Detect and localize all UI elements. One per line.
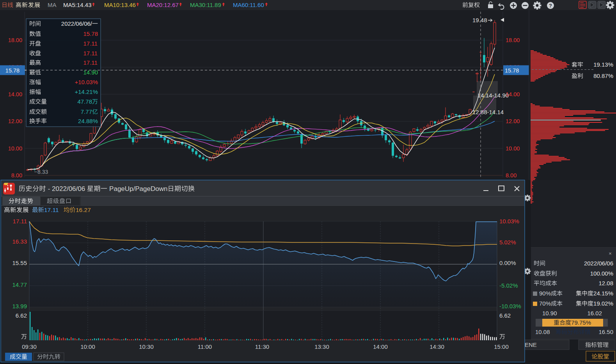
svg-text:8.00: 8.00 xyxy=(506,172,517,178)
svg-text:14.14-14.90: 14.14-14.90 xyxy=(478,92,509,99)
svg-text:MA: MA xyxy=(48,2,57,8)
svg-text:6.62: 6.62 xyxy=(16,312,27,319)
svg-text:24.88%: 24.88% xyxy=(78,118,98,124)
svg-text:16.33: 16.33 xyxy=(12,238,27,245)
svg-text:-10.03%: -10.03% xyxy=(499,303,521,309)
svg-text:12.88-14.14: 12.88-14.14 xyxy=(472,109,504,115)
svg-text:10.03%: 10.03% xyxy=(499,218,519,224)
svg-text:10:30: 10:30 xyxy=(139,343,154,350)
svg-text:15:00: 15:00 xyxy=(494,343,509,350)
svg-text:13.99: 13.99 xyxy=(12,303,27,309)
svg-text:19.13%: 19.13% xyxy=(593,61,613,68)
svg-text:17.11: 17.11 xyxy=(83,59,98,66)
svg-text:17.11: 17.11 xyxy=(44,207,59,213)
svg-text:47.78: 47.78 xyxy=(78,98,92,105)
svg-text:10:00: 10:00 xyxy=(80,343,95,350)
svg-text:19.48: 19.48 xyxy=(472,17,487,23)
svg-text:11:30: 11:30 xyxy=(255,343,269,350)
svg-text:100.00%: 100.00% xyxy=(590,270,613,277)
svg-text:10.90: 10.90 xyxy=(542,310,557,316)
svg-text:2022/06/06/: 2022/06/06/ xyxy=(61,20,92,27)
svg-text:14.00: 14.00 xyxy=(506,91,520,97)
svg-text:MA10:13.46: MA10:13.46 xyxy=(104,2,136,8)
svg-text:19.02%: 19.02% xyxy=(593,300,613,307)
svg-text:MA20:12.67: MA20:12.67 xyxy=(147,2,179,8)
svg-text:- 2022/06/06: - 2022/06/06 xyxy=(46,185,87,193)
svg-text:79.75%: 79.75% xyxy=(571,319,591,326)
svg-text:16.27: 16.27 xyxy=(76,207,91,213)
svg-text:17.11: 17.11 xyxy=(83,40,98,47)
svg-text:7.77: 7.77 xyxy=(81,108,92,115)
svg-text:12.00: 12.00 xyxy=(8,118,22,124)
svg-text:15.78: 15.78 xyxy=(505,67,519,74)
svg-text:PageUp/PageDown: PageUp/PageDown xyxy=(107,185,167,193)
svg-text:10.00: 10.00 xyxy=(506,145,520,152)
svg-text:12.00: 12.00 xyxy=(506,118,520,124)
svg-text:16.50: 16.50 xyxy=(598,329,613,335)
svg-text:10.00: 10.00 xyxy=(8,145,22,152)
svg-text:18.00: 18.00 xyxy=(506,37,520,43)
svg-text:14.77: 14.77 xyxy=(12,281,27,288)
svg-text:17.11: 17.11 xyxy=(13,218,27,224)
svg-text:?: ? xyxy=(549,3,552,9)
svg-text:15.55: 15.55 xyxy=(12,260,27,266)
svg-text:10.08: 10.08 xyxy=(535,329,550,335)
svg-text:14:00: 14:00 xyxy=(373,343,388,350)
svg-text:MA5:14.43: MA5:14.43 xyxy=(63,2,92,8)
svg-text:16.02: 16.02 xyxy=(587,310,602,316)
svg-text:15.78: 15.78 xyxy=(83,30,98,37)
svg-text:5.02%: 5.02% xyxy=(499,239,516,246)
svg-text:6.62: 6.62 xyxy=(499,312,511,319)
svg-text:18.00: 18.00 xyxy=(8,37,22,43)
svg-text:ENE: ENE xyxy=(525,341,537,348)
svg-text:11:00: 11:00 xyxy=(198,343,212,350)
svg-text:+10.03%: +10.03% xyxy=(75,79,98,85)
svg-text:09:30: 09:30 xyxy=(22,343,37,350)
svg-text:2022/06/06: 2022/06/06 xyxy=(584,260,613,267)
svg-text:90%: 90% xyxy=(539,290,551,297)
svg-text:80.87%: 80.87% xyxy=(593,72,613,79)
svg-text:×: × xyxy=(609,251,612,256)
svg-text:14:30: 14:30 xyxy=(430,343,444,350)
svg-text:14.00: 14.00 xyxy=(8,91,22,97)
svg-text:MA30:11.89: MA30:11.89 xyxy=(190,2,221,8)
svg-text:+14.21%: +14.21% xyxy=(75,88,98,95)
svg-text:13:30: 13:30 xyxy=(314,343,329,350)
svg-text:-5.02%: -5.02% xyxy=(499,282,518,289)
svg-text:24.15%: 24.15% xyxy=(593,290,613,297)
svg-text:8.33: 8.33 xyxy=(37,169,48,175)
svg-text:12.08: 12.08 xyxy=(598,280,613,286)
svg-text:70%: 70% xyxy=(539,300,551,307)
svg-text:0.00%: 0.00% xyxy=(499,260,516,266)
svg-text:8.00: 8.00 xyxy=(11,172,22,178)
svg-text:MA60:11.60: MA60:11.60 xyxy=(233,2,264,8)
svg-text:17.11: 17.11 xyxy=(83,50,98,57)
svg-text:15.78: 15.78 xyxy=(5,67,20,74)
